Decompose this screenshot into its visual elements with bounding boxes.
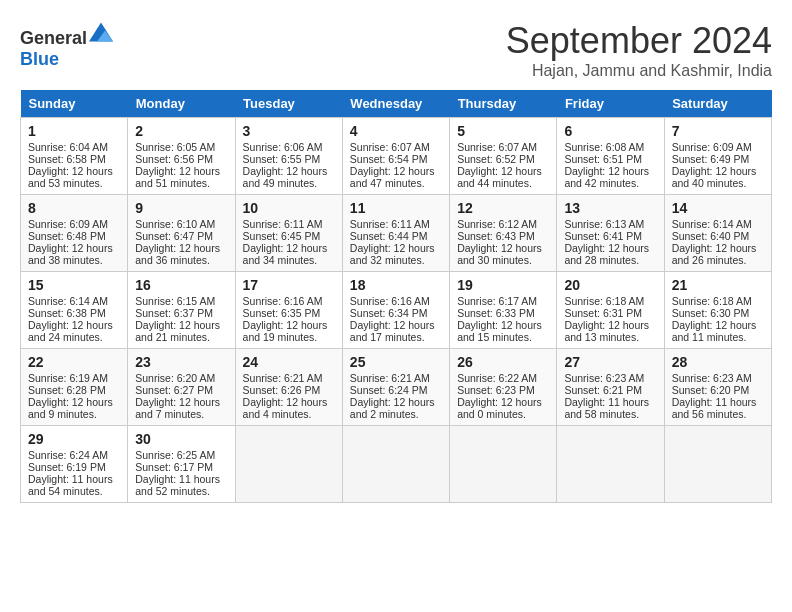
col-saturday: Saturday (664, 90, 771, 118)
day-number: 14 (672, 200, 764, 216)
day-number: 3 (243, 123, 335, 139)
day-number: 13 (564, 200, 656, 216)
calendar-cell: 6Sunrise: 6:08 AMSunset: 6:51 PMDaylight… (557, 118, 664, 195)
sunset: Sunset: 6:41 PM (564, 230, 642, 242)
logo: General Blue (20, 20, 113, 70)
sunrise: Sunrise: 6:19 AM (28, 372, 108, 384)
calendar-cell (450, 426, 557, 503)
sunset: Sunset: 6:48 PM (28, 230, 106, 242)
calendar-cell: 28Sunrise: 6:23 AMSunset: 6:20 PMDayligh… (664, 349, 771, 426)
location-title: Hajan, Jammu and Kashmir, India (506, 62, 772, 80)
day-number: 22 (28, 354, 120, 370)
calendar-cell: 30Sunrise: 6:25 AMSunset: 6:17 PMDayligh… (128, 426, 235, 503)
daylight: Daylight: 12 hours and 28 minutes. (564, 242, 649, 266)
calendar-week-row: 1Sunrise: 6:04 AMSunset: 6:58 PMDaylight… (21, 118, 772, 195)
daylight: Daylight: 12 hours and 19 minutes. (243, 319, 328, 343)
day-number: 8 (28, 200, 120, 216)
col-tuesday: Tuesday (235, 90, 342, 118)
calendar-cell: 11Sunrise: 6:11 AMSunset: 6:44 PMDayligh… (342, 195, 449, 272)
logo-general: General (20, 28, 87, 48)
daylight: Daylight: 12 hours and 24 minutes. (28, 319, 113, 343)
day-number: 26 (457, 354, 549, 370)
sunset: Sunset: 6:31 PM (564, 307, 642, 319)
daylight: Daylight: 12 hours and 40 minutes. (672, 165, 757, 189)
sunrise: Sunrise: 6:18 AM (564, 295, 644, 307)
sunset: Sunset: 6:43 PM (457, 230, 535, 242)
calendar-cell: 10Sunrise: 6:11 AMSunset: 6:45 PMDayligh… (235, 195, 342, 272)
calendar-cell: 12Sunrise: 6:12 AMSunset: 6:43 PMDayligh… (450, 195, 557, 272)
daylight: Daylight: 12 hours and 4 minutes. (243, 396, 328, 420)
sunrise: Sunrise: 6:16 AM (243, 295, 323, 307)
day-number: 5 (457, 123, 549, 139)
daylight: Daylight: 12 hours and 2 minutes. (350, 396, 435, 420)
day-number: 1 (28, 123, 120, 139)
sunrise: Sunrise: 6:07 AM (457, 141, 537, 153)
calendar-cell: 20Sunrise: 6:18 AMSunset: 6:31 PMDayligh… (557, 272, 664, 349)
sunrise: Sunrise: 6:22 AM (457, 372, 537, 384)
day-number: 27 (564, 354, 656, 370)
calendar-cell: 24Sunrise: 6:21 AMSunset: 6:26 PMDayligh… (235, 349, 342, 426)
calendar-cell: 2Sunrise: 6:05 AMSunset: 6:56 PMDaylight… (128, 118, 235, 195)
daylight: Daylight: 12 hours and 36 minutes. (135, 242, 220, 266)
daylight: Daylight: 12 hours and 44 minutes. (457, 165, 542, 189)
day-number: 17 (243, 277, 335, 293)
sunset: Sunset: 6:35 PM (243, 307, 321, 319)
sunrise: Sunrise: 6:09 AM (672, 141, 752, 153)
sunset: Sunset: 6:45 PM (243, 230, 321, 242)
calendar-cell: 19Sunrise: 6:17 AMSunset: 6:33 PMDayligh… (450, 272, 557, 349)
calendar-cell (342, 426, 449, 503)
sunrise: Sunrise: 6:08 AM (564, 141, 644, 153)
calendar-header-row: Sunday Monday Tuesday Wednesday Thursday… (21, 90, 772, 118)
sunset: Sunset: 6:49 PM (672, 153, 750, 165)
daylight: Daylight: 12 hours and 7 minutes. (135, 396, 220, 420)
sunset: Sunset: 6:54 PM (350, 153, 428, 165)
daylight: Daylight: 12 hours and 42 minutes. (564, 165, 649, 189)
sunrise: Sunrise: 6:05 AM (135, 141, 215, 153)
col-friday: Friday (557, 90, 664, 118)
month-title: September 2024 (506, 20, 772, 62)
day-number: 7 (672, 123, 764, 139)
sunset: Sunset: 6:30 PM (672, 307, 750, 319)
day-number: 23 (135, 354, 227, 370)
sunrise: Sunrise: 6:07 AM (350, 141, 430, 153)
sunrise: Sunrise: 6:12 AM (457, 218, 537, 230)
logo-icon (89, 20, 113, 44)
sunrise: Sunrise: 6:09 AM (28, 218, 108, 230)
day-number: 4 (350, 123, 442, 139)
calendar-cell: 13Sunrise: 6:13 AMSunset: 6:41 PMDayligh… (557, 195, 664, 272)
calendar-week-row: 15Sunrise: 6:14 AMSunset: 6:38 PMDayligh… (21, 272, 772, 349)
sunset: Sunset: 6:55 PM (243, 153, 321, 165)
daylight: Daylight: 12 hours and 51 minutes. (135, 165, 220, 189)
sunrise: Sunrise: 6:11 AM (243, 218, 323, 230)
sunset: Sunset: 6:33 PM (457, 307, 535, 319)
day-number: 9 (135, 200, 227, 216)
calendar-cell: 27Sunrise: 6:23 AMSunset: 6:21 PMDayligh… (557, 349, 664, 426)
sunrise: Sunrise: 6:16 AM (350, 295, 430, 307)
col-wednesday: Wednesday (342, 90, 449, 118)
calendar-cell: 8Sunrise: 6:09 AMSunset: 6:48 PMDaylight… (21, 195, 128, 272)
sunset: Sunset: 6:21 PM (564, 384, 642, 396)
daylight: Daylight: 12 hours and 53 minutes. (28, 165, 113, 189)
sunrise: Sunrise: 6:15 AM (135, 295, 215, 307)
sunset: Sunset: 6:17 PM (135, 461, 213, 473)
day-number: 11 (350, 200, 442, 216)
sunrise: Sunrise: 6:24 AM (28, 449, 108, 461)
day-number: 16 (135, 277, 227, 293)
daylight: Daylight: 12 hours and 9 minutes. (28, 396, 113, 420)
daylight: Daylight: 11 hours and 56 minutes. (672, 396, 757, 420)
logo-text: General Blue (20, 20, 113, 70)
sunset: Sunset: 6:47 PM (135, 230, 213, 242)
sunset: Sunset: 6:40 PM (672, 230, 750, 242)
calendar-week-row: 8Sunrise: 6:09 AMSunset: 6:48 PMDaylight… (21, 195, 772, 272)
calendar-week-row: 22Sunrise: 6:19 AMSunset: 6:28 PMDayligh… (21, 349, 772, 426)
sunset: Sunset: 6:19 PM (28, 461, 106, 473)
daylight: Daylight: 12 hours and 26 minutes. (672, 242, 757, 266)
sunset: Sunset: 6:38 PM (28, 307, 106, 319)
sunset: Sunset: 6:20 PM (672, 384, 750, 396)
calendar-cell: 29Sunrise: 6:24 AMSunset: 6:19 PMDayligh… (21, 426, 128, 503)
daylight: Daylight: 12 hours and 13 minutes. (564, 319, 649, 343)
calendar-cell (664, 426, 771, 503)
calendar-cell: 4Sunrise: 6:07 AMSunset: 6:54 PMDaylight… (342, 118, 449, 195)
sunset: Sunset: 6:44 PM (350, 230, 428, 242)
calendar-cell: 14Sunrise: 6:14 AMSunset: 6:40 PMDayligh… (664, 195, 771, 272)
